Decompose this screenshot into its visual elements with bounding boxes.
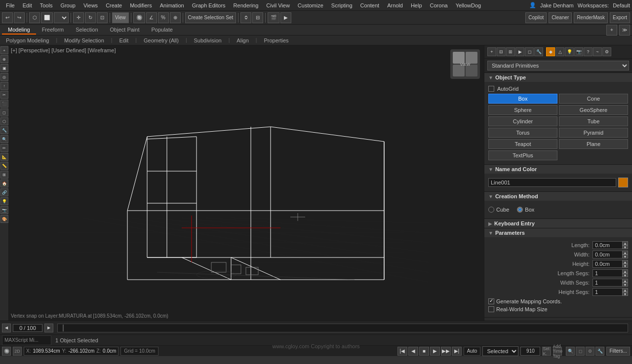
percent-snap[interactable]: %: [158, 12, 169, 23]
menu-create[interactable]: Create: [102, 1, 126, 9]
parameters-header[interactable]: ▼ Parameters: [484, 228, 632, 237]
length-input[interactable]: [592, 241, 622, 249]
rotate-button[interactable]: ↻: [85, 12, 96, 23]
creation-method-header[interactable]: ▼ Creation Method: [484, 192, 632, 201]
obj-type-cone[interactable]: Cone: [559, 94, 628, 104]
copilot-button[interactable]: Copilot: [525, 12, 547, 23]
viewport[interactable]: [+] [Perspective] [User Defined] [Wirefr…: [9, 45, 484, 321]
obj-type-teapot[interactable]: Teapot: [488, 139, 557, 149]
snap2d-icon[interactable]: 2D: [13, 347, 22, 356]
obj-type-textplus[interactable]: TextPlus: [488, 150, 557, 160]
playback-end-btn[interactable]: ▶|: [452, 347, 462, 356]
color-swatch[interactable]: [618, 178, 628, 187]
subtab-modify-selection[interactable]: Modify Selection: [60, 37, 108, 44]
timeline-track[interactable]: [57, 324, 628, 332]
menu-corona[interactable]: Corona: [426, 1, 452, 9]
name-color-header[interactable]: ▼ Name and Color: [484, 165, 632, 174]
left-tool-17[interactable]: 🔗: [0, 188, 8, 196]
menu-animation[interactable]: Animation: [156, 1, 188, 9]
cube-radio-label[interactable]: Cube: [488, 207, 509, 213]
width-spin-up[interactable]: ▲: [622, 251, 628, 255]
align-button[interactable]: ⊟: [252, 12, 263, 23]
left-tool-4[interactable]: ◎: [0, 73, 8, 81]
left-tool-10[interactable]: 🔧: [0, 126, 8, 134]
left-tool-16[interactable]: 🏠: [0, 180, 8, 187]
spinner-snap[interactable]: ⊕: [170, 12, 181, 23]
height-segs-spin-down[interactable]: ▼: [622, 292, 628, 296]
width-spin-down[interactable]: ▼: [622, 255, 628, 258]
height-segs-input[interactable]: [592, 288, 622, 296]
obj-type-geosphere[interactable]: GeoSphere: [559, 105, 628, 115]
playback-start-btn[interactable]: |◀: [397, 347, 407, 356]
search-icon-btn[interactable]: 🔍: [566, 347, 575, 356]
tab-modeling[interactable]: Modeling: [2, 26, 36, 35]
selected-dropdown[interactable]: Selected: [482, 346, 518, 356]
render-setup[interactable]: 🎬: [268, 12, 279, 23]
tab-populate[interactable]: Populate: [145, 26, 178, 35]
length-segs-spin-down[interactable]: ▼: [622, 273, 628, 277]
length-spin-up[interactable]: ▲: [622, 241, 628, 245]
width-input[interactable]: [592, 251, 622, 258]
width-segs-spin-down[interactable]: ▼: [622, 283, 628, 287]
menu-modifiers[interactable]: Modifiers: [126, 1, 156, 9]
width-segs-spin-up[interactable]: ▲: [622, 279, 628, 283]
panel-lights-icon[interactable]: 💡: [565, 47, 574, 56]
menu-tools[interactable]: Tools: [36, 1, 57, 9]
menu-edit[interactable]: Edit: [19, 1, 36, 9]
filters-button[interactable]: Filters...: [606, 347, 630, 356]
subtab-subdivision[interactable]: Subdivision: [190, 37, 225, 44]
box-radio-label[interactable]: Box: [517, 207, 534, 213]
menu-civil-view[interactable]: Civil View: [262, 1, 293, 9]
length-segs-input[interactable]: [592, 269, 622, 277]
mirror-button[interactable]: ⧮: [240, 12, 251, 23]
obj-type-torus[interactable]: Torus: [488, 128, 557, 138]
left-tool-14[interactable]: 📏: [0, 162, 8, 170]
create-selection-set-button[interactable]: Create Selection Set: [185, 12, 237, 23]
left-tool-5[interactable]: ↑: [0, 82, 8, 90]
scale-button[interactable]: ⊡: [97, 12, 108, 23]
left-tool-11[interactable]: 🔍: [0, 135, 8, 143]
timeline-next-btn[interactable]: ▶: [44, 324, 53, 332]
redo-button[interactable]: ↪: [14, 12, 25, 23]
height-segs-spin-up[interactable]: ▲: [622, 288, 628, 292]
tab-settings-button[interactable]: +: [606, 25, 617, 36]
left-tool-9[interactable]: ⬡: [0, 117, 8, 125]
panel-geometry-icon[interactable]: ◆: [546, 47, 555, 56]
left-tool-2[interactable]: ⊕: [0, 55, 8, 63]
left-tool-15[interactable]: ⊞: [0, 171, 8, 179]
playback-stop-btn[interactable]: ■: [419, 347, 429, 356]
settings-icon-btn[interactable]: 🔧: [595, 347, 604, 356]
menu-help[interactable]: Help: [407, 1, 426, 9]
panel-display-icon[interactable]: ◻: [525, 47, 534, 56]
subtab-edit[interactable]: Edit: [115, 37, 132, 44]
obj-type-tube[interactable]: Tube: [559, 116, 628, 126]
length-segs-spin-up[interactable]: ▲: [622, 269, 628, 273]
tab-selection[interactable]: Selection: [70, 26, 104, 35]
width-segs-input[interactable]: [592, 279, 622, 287]
panel-modify-icon[interactable]: ⊟: [497, 47, 506, 56]
frame-number-input[interactable]: [520, 347, 540, 356]
display-icon-btn[interactable]: ◻: [576, 347, 585, 356]
menu-group[interactable]: Group: [56, 1, 79, 9]
panel-motion-icon[interactable]: ▶: [515, 47, 524, 56]
panel-hierarchy-icon[interactable]: ⊞: [506, 47, 515, 56]
left-tool-13[interactable]: 📐: [0, 153, 8, 161]
workspace-value[interactable]: Default: [613, 2, 630, 8]
obj-type-pyramid[interactable]: Pyramid: [559, 128, 628, 138]
object-name-input[interactable]: [488, 178, 616, 187]
obj-type-cylinder[interactable]: Cylinder: [488, 116, 557, 126]
set-key-button[interactable]: Set K.: [542, 347, 551, 356]
snap-toggle[interactable]: 🔘: [133, 12, 145, 23]
gen-mapping-checkbox[interactable]: [488, 298, 494, 304]
menu-yellowdog[interactable]: YellowDog: [452, 1, 485, 9]
panel-shapes-icon[interactable]: △: [555, 47, 564, 56]
subtab-geometry[interactable]: Geometry (All): [140, 37, 183, 44]
add-time-tag-button[interactable]: Add Time Tag: [553, 347, 562, 356]
menu-file[interactable]: File: [2, 1, 19, 9]
left-tool-12[interactable]: ✏: [0, 144, 8, 152]
obj-type-plane[interactable]: Plane: [559, 139, 628, 149]
obj-type-sphere[interactable]: Sphere: [488, 105, 557, 115]
select-mode-dropdown[interactable]: All: [54, 12, 69, 23]
filter-icon-btn[interactable]: ⚙: [586, 347, 594, 356]
menu-customize[interactable]: Customize: [294, 1, 327, 9]
